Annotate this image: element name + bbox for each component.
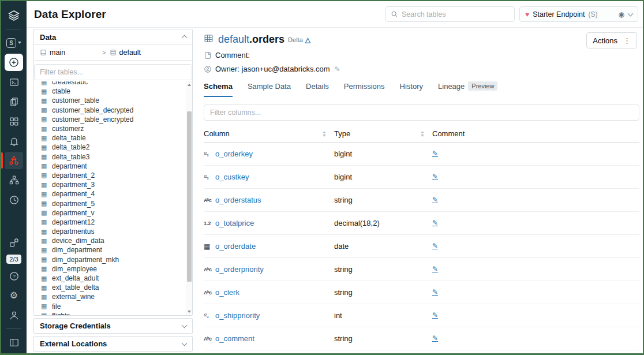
tree-scrollbar[interactable] (186, 81, 192, 315)
format-label: Delta (288, 36, 303, 43)
scroll-down-icon[interactable] (188, 311, 191, 313)
sql-editor-icon[interactable] (5, 73, 23, 91)
dashboards-icon[interactable] (5, 113, 23, 130)
column-name-link[interactable]: o_clerk (215, 288, 239, 297)
breadcrumb-schema[interactable]: default (110, 48, 141, 57)
page-title: Data Explorer (34, 8, 106, 21)
divider (6, 328, 21, 329)
edit-comment-pencil-icon[interactable]: ✎ (432, 197, 438, 204)
table-tree-item[interactable]: ▦ external_wine (41, 292, 184, 301)
tab-sample-data[interactable]: Sample Data (248, 82, 291, 97)
data-section-header[interactable]: Data (34, 29, 192, 45)
column-name-link[interactable]: o_custkey (215, 173, 249, 181)
breadcrumb-catalog[interactable]: main (40, 48, 65, 57)
table-tree-item[interactable]: ▦ dim_department (41, 245, 184, 255)
edit-comment-pencil-icon[interactable]: ✎ (432, 174, 438, 181)
storage-credentials-section[interactable]: Storage Credentials (33, 318, 193, 334)
endpoint-selector[interactable]: ♥ Starter Endpoint (S) ◉ (519, 6, 638, 22)
external-locations-section[interactable]: External Locations (33, 336, 193, 352)
help-icon[interactable]: ? (5, 267, 23, 285)
table-tree-item[interactable]: ▦ createstabc (41, 81, 184, 87)
table-tree-item[interactable]: ▦ customerz (41, 124, 184, 133)
edit-comment-pencil-icon[interactable]: ✎ (432, 151, 438, 158)
sort-icon[interactable] (421, 131, 424, 137)
table-tree-item[interactable]: ▦ customer_table (41, 96, 184, 105)
table-tree-item[interactable]: ▦ customer_table_encrypted (41, 115, 184, 124)
table-tree-item[interactable]: ▦ department_5 (41, 199, 184, 208)
table-tree-item[interactable]: ▦ delta_table3 (41, 152, 184, 162)
table-tree-item[interactable]: ▦ ext_table_delta (41, 283, 184, 292)
edit-comment-pencil-icon[interactable]: ✎ (432, 289, 438, 296)
tab-schema[interactable]: Schema (204, 82, 233, 97)
workspace-switcher-icon[interactable]: S (5, 34, 23, 51)
account-user-icon[interactable] (5, 307, 23, 324)
schema-table-header: Column Type Comment (204, 125, 639, 143)
search-tables-input[interactable] (402, 10, 510, 18)
table-tree-item[interactable]: ▦ flights (41, 311, 184, 315)
edit-comment-pencil-icon[interactable]: ✎ (432, 220, 438, 227)
preview-badge: Preview (468, 81, 497, 91)
table-tree-item[interactable]: ▦ department (41, 162, 184, 171)
partner-connect-icon[interactable] (5, 234, 23, 251)
chevron-down-icon (628, 10, 634, 16)
data-explorer-icon[interactable] (5, 152, 23, 169)
title-schema-link[interactable]: default (218, 33, 249, 45)
schema-row: Aᵇc o_orderstatus string ✎ (204, 189, 639, 212)
breadcrumb-separator: > (102, 49, 106, 56)
column-type: string (334, 288, 353, 297)
tab-history[interactable]: History (400, 82, 423, 97)
column-header-cell[interactable]: Column (204, 129, 334, 138)
sort-icon[interactable] (323, 131, 326, 137)
table-tree-item[interactable]: ▦ delta_table (41, 133, 184, 143)
edit-owner-pencil-icon[interactable]: ✎ (335, 65, 340, 73)
column-name-link[interactable]: o_orderdate (215, 242, 256, 251)
table-tree-item[interactable]: ▦ device_dim_data (41, 236, 184, 245)
filter-columns-input[interactable] (204, 104, 639, 121)
table-tree-item[interactable]: ▦ departmentus (41, 227, 184, 236)
column-name-link[interactable]: o_shippriority (215, 311, 260, 320)
scroll-up-icon[interactable] (188, 84, 191, 86)
table-tree-item[interactable]: ▦ file (41, 302, 184, 311)
usage-counter-badge[interactable]: 2/3 (6, 255, 21, 264)
edit-comment-pencil-icon[interactable]: ✎ (432, 266, 438, 273)
table-tree-item[interactable]: ▦ dim_employee (41, 264, 184, 274)
workflows-icon[interactable] (5, 171, 23, 189)
table-tree-item[interactable]: ▦ delta_table2 (41, 143, 184, 152)
endpoint-status-icon[interactable]: ◉ (619, 11, 624, 18)
scrollbar-thumb[interactable] (187, 111, 192, 282)
filter-tables-input[interactable] (34, 64, 192, 80)
actions-button[interactable]: Actions ⋮ (586, 32, 637, 48)
databricks-logo-icon[interactable] (5, 7, 23, 24)
settings-gear-icon[interactable]: ⚙ (5, 287, 23, 304)
table-tree-item[interactable]: ▦ department_3 (41, 180, 184, 189)
query-history-icon[interactable] (5, 191, 23, 208)
panel-toggle-icon[interactable] (5, 334, 23, 351)
table-tree-item[interactable]: ▦ department_2 (41, 171, 184, 180)
table-tree-item[interactable]: ▦ department_4 (41, 189, 184, 199)
table-tree-item[interactable]: ▦ ext_delta_adult (41, 274, 184, 283)
type-header-cell[interactable]: Type (334, 129, 432, 138)
table-tree-item[interactable]: ▦ department12 (41, 218, 184, 227)
column-name-link[interactable]: o_orderpriority (215, 265, 264, 274)
table-tree-item[interactable]: ▩ customer_table_decrypted (41, 106, 184, 115)
edit-comment-pencil-icon[interactable]: ✎ (432, 312, 438, 319)
column-name-link[interactable]: o_orderstatus (215, 196, 261, 204)
edit-comment-pencil-icon[interactable]: ✎ (432, 335, 438, 342)
create-plus-icon[interactable] (5, 54, 23, 71)
detail-tabs: Schema Sample Data Details Permissions H… (204, 81, 639, 97)
tab-permissions[interactable]: Permissions (344, 82, 385, 97)
column-name-link[interactable]: o_orderkey (215, 150, 253, 158)
table-tree-item[interactable]: ▦ dim_department_mkh (41, 255, 184, 264)
endpoint-name: Starter Endpoint (533, 10, 585, 18)
alerts-bell-icon[interactable] (5, 132, 23, 150)
tab-lineage[interactable]: Lineage Preview (438, 81, 497, 97)
edit-comment-pencil-icon[interactable]: ✎ (432, 243, 438, 250)
column-name-link[interactable]: o_totalprice (215, 219, 254, 227)
queries-icon[interactable] (5, 93, 23, 110)
tab-details[interactable]: Details (306, 82, 329, 97)
table-icon: ▦ (41, 303, 48, 309)
view-icon: ▩ (41, 210, 48, 216)
table-tree-item[interactable]: ▦ ctable (41, 87, 184, 96)
column-name-link[interactable]: o_comment (215, 334, 254, 343)
table-tree-item[interactable]: ▩ department_v (41, 208, 184, 218)
